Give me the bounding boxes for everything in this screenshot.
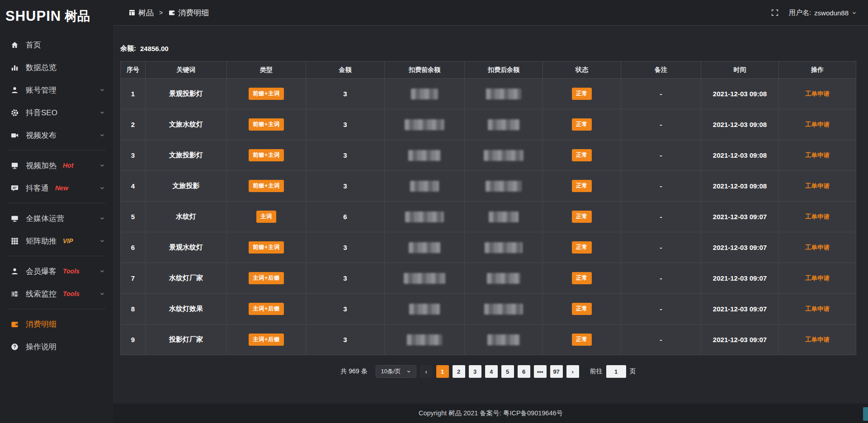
work-order-link[interactable]: 工单申请 xyxy=(805,152,830,159)
cell-balance-after xyxy=(465,324,543,355)
masked-value xyxy=(488,119,519,130)
work-order-link[interactable]: 工单申请 xyxy=(805,275,830,282)
work-order-link[interactable]: 工单申请 xyxy=(805,306,830,312)
cell-type: 主词+后缀 xyxy=(227,263,306,294)
cell-type: 前缀+主词 xyxy=(227,232,306,263)
page-button-1[interactable]: 1 xyxy=(436,365,449,378)
hot-tag: Hot xyxy=(63,162,73,169)
work-order-link[interactable]: 工单申请 xyxy=(805,336,830,343)
content: 余额: 24856.00 序号 关键词 类型 金额 扣费前余额 扣费后余额 状态… xyxy=(113,26,868,404)
user-menu[interactable]: 用户名: zswodun88 xyxy=(789,9,857,17)
cell-remark: - xyxy=(621,79,701,109)
cell-keyword: 景观水纹灯 xyxy=(146,232,227,263)
masked-value xyxy=(486,181,522,192)
table-row: 4 文旅投影 前缀+主词 3 正常 - 2021-12-03 09:08 工单申… xyxy=(121,171,856,202)
copyright-text: Copyright 树品 2021 备案号: 粤ICP备09019646号 xyxy=(419,409,563,418)
cell-index: 8 xyxy=(121,294,146,324)
sidebar-item-label: 线索监控 xyxy=(26,289,57,299)
type-badge: 主词+后缀 xyxy=(249,334,284,346)
next-page-button[interactable]: › xyxy=(566,365,579,378)
cell-balance-before xyxy=(385,232,465,263)
page-button-2[interactable]: 2 xyxy=(453,365,465,378)
type-badge: 主词+后缀 xyxy=(249,272,284,284)
masked-value xyxy=(487,334,520,345)
balance-label: 余额: xyxy=(120,44,136,53)
col-header-type: 类型 xyxy=(227,61,306,79)
col-header-keyword: 关键词 xyxy=(146,61,227,79)
cell-index: 2 xyxy=(121,109,146,140)
breadcrumb-separator: > xyxy=(159,9,163,16)
masked-value xyxy=(486,89,521,99)
sidebar-item-consumption-detail[interactable]: 消费明细 xyxy=(0,313,113,335)
page-button-4[interactable]: 4 xyxy=(485,365,498,378)
cell-balance-after xyxy=(465,263,543,294)
work-order-link[interactable]: 工单申请 xyxy=(805,121,830,128)
goto-page-input[interactable] xyxy=(606,365,626,378)
username-label: 用户名: xyxy=(789,9,811,17)
masked-value xyxy=(409,304,440,315)
breadcrumb-label: 消费明细 xyxy=(178,8,209,18)
sidebar-item-video-publish[interactable]: 视频发布 xyxy=(0,124,113,146)
corner-widget xyxy=(863,407,868,421)
cell-balance-after xyxy=(465,232,543,263)
prev-page-button[interactable]: ‹ xyxy=(420,365,433,378)
cell-amount: 3 xyxy=(306,109,385,140)
masked-value xyxy=(407,334,442,345)
sidebar-divider xyxy=(7,256,106,256)
col-header-action: 操作 xyxy=(779,61,856,79)
sidebar-item-matrix-boost[interactable]: 矩阵助推 VIP xyxy=(0,230,113,252)
vip-tag: VIP xyxy=(63,237,73,244)
status-badge: 正常 xyxy=(572,241,592,254)
goto-page-label: 前往 xyxy=(590,367,603,376)
sidebar-item-home[interactable]: 首页 xyxy=(0,33,113,56)
sidebar-item-douyin-seo[interactable]: 抖音SEO xyxy=(0,101,113,124)
sidebar-item-member-burst[interactable]: 会员爆客 Tools xyxy=(0,260,113,282)
fullscreen-icon[interactable] xyxy=(771,9,779,17)
breadcrumb-current[interactable]: 消费明细 xyxy=(168,8,209,18)
cell-remark: - xyxy=(621,140,701,171)
sidebar-item-video-heat[interactable]: 视频加热 Hot xyxy=(0,154,113,177)
cell-keyword: 文旅投影灯 xyxy=(146,140,227,171)
sidebar-item-instructions[interactable]: ? 操作说明 xyxy=(0,335,113,358)
sidebar-item-lead-monitor[interactable]: 线索监控 Tools xyxy=(0,282,113,305)
chevron-down-icon xyxy=(99,238,105,244)
work-order-link[interactable]: 工单申请 xyxy=(805,244,830,251)
cell-balance-before xyxy=(385,109,465,140)
sidebar: SHUPIN 树品 首页 数据总览 账号管理 抖音SEO 视频发布 xyxy=(0,0,113,423)
page-button-6[interactable]: 6 xyxy=(518,365,530,378)
cell-status: 正常 xyxy=(543,324,621,355)
cell-action: 工单申请 xyxy=(779,140,856,171)
cell-index: 1 xyxy=(121,79,146,109)
cell-keyword: 景观投影灯 xyxy=(146,79,227,109)
work-order-link[interactable]: 工单申请 xyxy=(805,183,830,189)
cell-time: 2021-12-03 09:08 xyxy=(701,140,779,171)
sidebar-item-label: 视频发布 xyxy=(26,130,57,141)
table-row: 9 投影灯厂家 主词+后缀 3 正常 - 2021-12-03 09:07 工单… xyxy=(121,324,856,355)
page-button-5[interactable]: 5 xyxy=(501,365,514,378)
cell-type: 主词 xyxy=(227,202,306,232)
page-ellipsis-button[interactable]: ••• xyxy=(534,365,547,378)
sidebar-item-data-overview[interactable]: 数据总览 xyxy=(0,56,113,79)
brand-logo: SHUPIN 树品 xyxy=(0,3,113,30)
work-order-link[interactable]: 工单申请 xyxy=(805,90,830,97)
cell-keyword: 文旅水纹灯 xyxy=(146,109,227,140)
sidebar-item-label: 账号管理 xyxy=(26,85,57,95)
sidebar-item-douketong[interactable]: 抖客通 New xyxy=(0,177,113,199)
page-size-select[interactable]: 10条/页 xyxy=(376,365,416,378)
chevron-down-icon xyxy=(99,268,105,274)
sidebar-item-account-management[interactable]: 账号管理 xyxy=(0,79,113,101)
page-button-3[interactable]: 3 xyxy=(469,365,481,378)
breadcrumb-home[interactable]: 树品 xyxy=(128,8,154,18)
cell-time: 2021-12-03 09:07 xyxy=(701,232,779,263)
page-button-97[interactable]: 97 xyxy=(550,365,563,378)
cell-time: 2021-12-03 09:07 xyxy=(701,202,779,232)
table-row: 1 景观投影灯 前缀+主词 3 正常 - 2021-12-03 09:08 工单… xyxy=(121,79,856,109)
work-order-link[interactable]: 工单申请 xyxy=(805,213,830,220)
cell-remark: - xyxy=(621,171,701,202)
cell-status: 正常 xyxy=(543,294,621,324)
cell-status: 正常 xyxy=(543,109,621,140)
col-header-balance-after: 扣费后余额 xyxy=(465,61,543,79)
sidebar-item-all-media[interactable]: 全媒体运营 xyxy=(0,207,113,230)
consumption-table: 序号 关键词 类型 金额 扣费前余额 扣费后余额 状态 备注 时间 操作 1 景… xyxy=(120,61,856,355)
cell-balance-before xyxy=(385,324,465,355)
